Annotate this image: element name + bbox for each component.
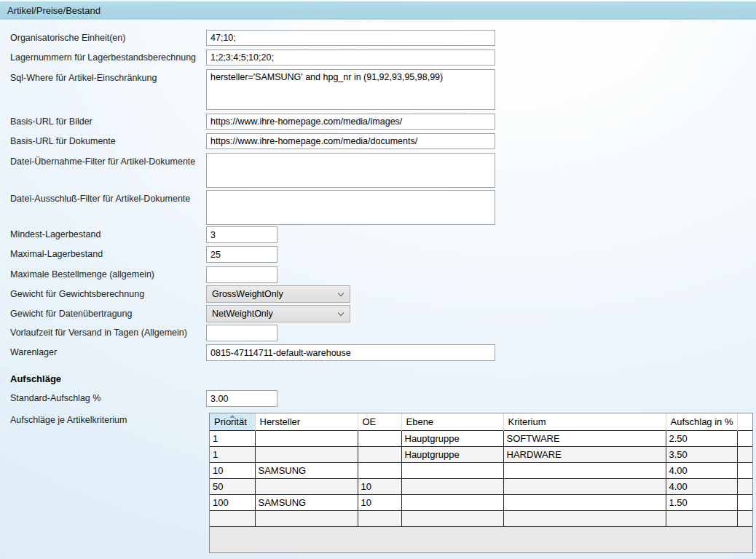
label-sql-where: Sql-Where für Artikel-Einschränkung	[10, 69, 157, 87]
organisatorische-einheiten-input[interactable]	[206, 30, 495, 46]
table-cell[interactable]: 10	[358, 494, 401, 510]
label-basis-url-dokumente: Basis-URL für Dokumente	[10, 133, 116, 149]
table-cell[interactable]	[737, 462, 752, 478]
aufschlaege-grid: Priorität Hersteller OE Ebene Kriterium …	[209, 413, 753, 553]
table-cell[interactable]	[255, 430, 358, 446]
table-cell[interactable]: Hauptgruppe	[401, 430, 503, 446]
table-cell[interactable]	[503, 510, 666, 526]
table-cell[interactable]	[401, 510, 503, 526]
aufschlaege-table-body: 1HauptgruppeSOFTWARE2.501HauptgruppeHARD…	[210, 430, 752, 526]
label-warenlager: Warenlager	[10, 344, 57, 361]
table-cell[interactable]	[401, 494, 503, 510]
table-cell[interactable]: 10	[358, 478, 401, 494]
label-organisatorische-einheiten: Organisatorische Einheit(en)	[10, 30, 125, 46]
table-cell[interactable]	[737, 446, 752, 462]
selected-value: NetWeightOnly	[212, 309, 273, 319]
table-header-row: Priorität Hersteller OE Ebene Kriterium …	[210, 413, 752, 430]
table-cell[interactable]: 1.50	[666, 494, 737, 510]
label-aufschlaege-je-artikelkriterium: Aufschläge je Artikelkriterium	[10, 412, 127, 428]
warenlager-input[interactable]	[206, 344, 495, 361]
maximal-lagerbestand-input[interactable]	[206, 246, 277, 263]
table-row[interactable]: 1HauptgruppeSOFTWARE2.50	[210, 430, 752, 446]
table-row[interactable]: 100SAMSUNG101.50	[210, 494, 752, 510]
basis-url-bilder-input[interactable]	[206, 114, 495, 130]
column-header-prioritaet[interactable]: Priorität	[210, 413, 255, 430]
label-vorlaufzeit: Vorlaufzeit für Versand in Tagen (Allgem…	[10, 325, 187, 341]
table-row[interactable]	[210, 510, 752, 526]
table-row[interactable]: 1HauptgruppeHARDWARE3.50	[210, 446, 752, 462]
table-row[interactable]: 10SAMSUNG4.00	[210, 462, 752, 478]
table-cell[interactable]: SAMSUNG	[255, 494, 358, 510]
aufschlaege-table: Priorität Hersteller OE Ebene Kriterium …	[210, 413, 752, 527]
label-maximal-lagerbestand: Maximal-Lagerbestand	[10, 246, 103, 263]
datei-ausschluss-filter-textarea[interactable]	[206, 190, 495, 225]
table-cell[interactable]	[737, 494, 752, 510]
label-gewicht-gewichtsberechnung: Gewicht für Gewichtsberechnung	[10, 285, 144, 303]
column-header-aufschlag[interactable]: Aufschlag in %	[666, 413, 737, 430]
table-cell[interactable]: 1	[210, 430, 255, 446]
label-datei-ausschluss-filter: Datei-Ausschluß-Filter für Artikel-Dokum…	[10, 190, 190, 207]
table-cell[interactable]	[358, 430, 401, 446]
datei-uebernahme-filter-textarea[interactable]	[206, 153, 495, 188]
table-cell[interactable]	[401, 478, 503, 494]
standard-aufschlag-input[interactable]	[206, 390, 277, 407]
table-cell[interactable]: 100	[210, 494, 255, 510]
gewicht-gewichtsberechnung-select[interactable]: GrossWeightOnly	[206, 285, 350, 303]
gewicht-datenuebertragung-select[interactable]: NetWeightOnly	[206, 305, 350, 322]
label-gewicht-datenuebertragung: Gewicht für Datenübertragung	[10, 305, 132, 322]
column-header-kriterium[interactable]: Kriterium	[503, 413, 666, 430]
label-maximale-bestellmenge: Maximale Bestellmenge (allgemein)	[10, 266, 154, 283]
table-cell[interactable]: 4.00	[666, 478, 737, 494]
basis-url-dokumente-input[interactable]	[206, 133, 495, 149]
label-datei-uebernahme-filter: Datei-Übernahme-Filter für Artikel-Dokum…	[10, 153, 195, 170]
chevron-down-icon	[338, 310, 344, 316]
label-lagernummern: Lagernummern für Lagerbestandsberechnung	[10, 49, 196, 66]
table-cell[interactable]	[358, 462, 401, 478]
table-cell[interactable]	[255, 446, 358, 462]
table-cell[interactable]: 10	[210, 462, 255, 478]
table-cell[interactable]	[503, 462, 666, 478]
table-cell[interactable]	[255, 478, 358, 494]
table-cell[interactable]: SAMSUNG	[255, 462, 358, 478]
chevron-down-icon	[338, 290, 344, 296]
table-cell[interactable]	[737, 430, 752, 446]
selected-value: GrossWeightOnly	[212, 289, 283, 299]
column-header-oe[interactable]: OE	[358, 413, 401, 430]
table-cell[interactable]: 50	[210, 478, 255, 494]
table-cell[interactable]	[358, 446, 401, 462]
app-window: { "window": { "title": "Artikel/Preise/B…	[0, 0, 756, 559]
column-header-hersteller[interactable]: Hersteller	[255, 413, 358, 430]
vorlaufzeit-input[interactable]	[206, 325, 277, 341]
table-cell[interactable]	[503, 478, 666, 494]
label-mindest-lagerbestand: Mindest-Lagerbestand	[10, 226, 101, 243]
table-cell[interactable]	[737, 478, 752, 494]
table-row[interactable]: 50104.00	[210, 478, 752, 494]
label-basis-url-bilder: Basis-URL für Bilder	[10, 114, 92, 130]
maximale-bestellmenge-input[interactable]	[206, 266, 277, 283]
aufschlaege-section-heading: Aufschläge	[10, 373, 61, 384]
column-header-spacer	[737, 413, 752, 430]
mindest-lagerbestand-input[interactable]	[206, 226, 277, 243]
column-header-label: Priorität	[214, 416, 247, 427]
table-cell[interactable]	[737, 510, 752, 526]
table-cell[interactable]: 2.50	[666, 430, 737, 446]
table-cell[interactable]	[503, 494, 666, 510]
table-cell[interactable]: HARDWARE	[503, 446, 666, 462]
sort-ascending-icon	[229, 415, 235, 418]
table-cell[interactable]	[666, 510, 737, 526]
table-cell[interactable]: 1	[210, 446, 255, 462]
table-cell[interactable]	[255, 510, 358, 526]
table-cell[interactable]	[358, 510, 401, 526]
table-cell[interactable]: SOFTWARE	[503, 430, 666, 446]
page-title: Artikel/Preise/Bestand	[7, 5, 101, 16]
table-cell[interactable]: Hauptgruppe	[401, 446, 503, 462]
sql-where-textarea[interactable]: hersteller='SAMSUNG' and hpg_nr in (91,9…	[206, 69, 495, 110]
table-cell[interactable]	[210, 510, 255, 526]
table-cell[interactable]	[401, 462, 503, 478]
column-header-ebene[interactable]: Ebene	[401, 413, 503, 430]
table-cell[interactable]: 4.00	[666, 462, 737, 478]
label-standard-aufschlag: Standard-Aufschlag %	[10, 390, 101, 407]
lagernummern-input[interactable]	[206, 49, 495, 66]
window-title-bar: Artikel/Preise/Bestand	[0, 1, 756, 20]
table-cell[interactable]: 3.50	[666, 446, 737, 462]
